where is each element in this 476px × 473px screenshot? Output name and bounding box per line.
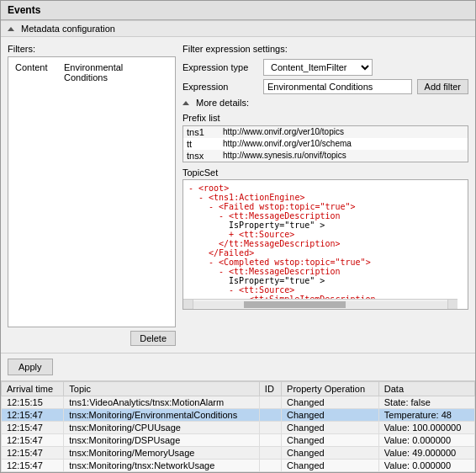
cell-operation: Changed [282,409,379,422]
col-arrival-time: Arrival time [2,382,64,396]
col-id: ID [259,382,281,396]
add-filter-button[interactable]: Add filter [417,79,468,94]
prefix-table: tns1 http://www.onvif.org/ver10/topics t… [182,125,468,162]
table-row[interactable]: 12:15:47 tnsx:Monitoring/MemoryUsage Cha… [2,447,475,460]
cell-operation: Changed [282,434,379,447]
cell-arrival-time: 12:15:47 [2,434,64,447]
prefix-list-label: Prefix list [182,113,468,123]
cell-data: State: false [378,396,474,409]
cell-topic: tnsx:Monitoring/DSPUsage [64,434,260,447]
metadata-config-label: Metadata configuration [21,24,115,34]
prefix-row: tns1 http://www.onvif.org/ver10/topics [183,126,468,138]
cell-data: Value: 49.000000 [378,447,474,460]
table-row[interactable]: 12:15:47 tnsx:Monitoring/EnvironmentalCo… [2,409,475,422]
more-details-row[interactable]: More details: [182,98,468,108]
right-panel: Filter expression settings: Expression t… [182,44,468,346]
cell-data: Temperature: 48 [378,409,474,422]
expression-input[interactable] [263,79,412,94]
cell-arrival-time: 12:15:15 [2,396,64,409]
cell-id [259,396,281,409]
tree-line: - <tns1:ActionEngine> [187,193,464,202]
cell-topic: tnsx:Monitoring/tnsx:NetworkUsage [64,460,260,472]
main-window: Events Metadata configuration Filters: C… [0,0,476,473]
table-row[interactable]: 12:15:47 tnsx:Monitoring/DSPUsage Change… [2,434,475,447]
cell-operation: Changed [282,422,379,434]
cell-operation: Changed [282,396,379,409]
filter-key: Content [15,62,57,82]
table-header-row: Arrival time Topic ID Property Operation… [2,382,475,396]
title-bar: Events [1,1,475,20]
table-row[interactable]: 12:15:15 tns1:VideoAnalytics/tnsx:Motion… [2,396,475,409]
expression-row: Expression Add filter [182,79,468,94]
chevron-up-icon [8,27,14,31]
tree-line: IsProperty="true" > [187,221,464,230]
cell-id [259,447,281,460]
data-table-section: Arrival time Topic ID Property Operation… [1,380,475,472]
prefix-value-2: http://www.synesis.ru/onvif/topics [223,151,346,161]
col-topic: Topic [64,382,260,396]
more-details-label: More details: [196,98,249,108]
topicset-label: TopicSet [182,167,468,178]
cell-topic: tnsx:Monitoring/MemoryUsage [64,447,260,460]
cell-id [259,434,281,447]
tree-line: IsProperty="true" > [187,276,464,285]
table-row[interactable]: 12:15:47 tnsx:Monitoring/tnsx:NetworkUsa… [2,460,475,472]
cell-operation: Changed [282,447,379,460]
prefix-value-1: http://www.onvif.org/ver10/schema [223,139,352,149]
window-title: Events [8,4,40,16]
expression-type-row: Expression type Content_ItemFilter [182,59,468,76]
tree-line: - <tt:MessageDescription [187,211,464,221]
cell-id [259,460,281,472]
tree-line: - <tt:MessageDescription [187,267,464,276]
events-table: Arrival time Topic ID Property Operation… [1,381,475,472]
col-data: Data [378,382,474,396]
tree-line: + <tt:Source> [187,230,464,239]
chevron-up-icon-2 [182,101,189,105]
cell-arrival-time: 12:15:47 [2,422,64,434]
prefix-value-0: http://www.onvif.org/ver10/topics [223,127,344,137]
cell-id [259,409,281,422]
cell-data: Value: 100.000000 [378,422,474,434]
prefix-row: tt http://www.onvif.org/ver10/schema [183,138,468,150]
tree-line: - <root> [187,183,464,193]
prefix-key-1: tt [187,139,216,149]
tree-line: </tt:MessageDescription> [187,239,464,248]
filter-value: Environmental Conditions [64,62,168,82]
tree-line: - <tt:Source> [187,285,464,295]
filters-label: Filters: [8,44,176,54]
cell-arrival-time: 12:15:47 [2,460,64,472]
apply-section: Apply [1,353,475,380]
h-scrollbar[interactable] [183,299,457,309]
cell-topic: tns1:VideoAnalytics/tnsx:MotionAlarm [64,396,260,409]
apply-button[interactable]: Apply [8,359,53,375]
expression-label: Expression [182,82,258,92]
topicset-tree[interactable]: - <root> - <tns1:ActionEngine> - <Failed… [182,179,468,310]
cell-operation: Changed [282,460,379,472]
table-row[interactable]: 12:15:47 tnsx:Monitoring/CPUUsage Change… [2,422,475,434]
tree-line: - <Failed wstop:topic="true"> [187,202,464,211]
filters-panel: Filters: Content Environmental Condition… [8,44,176,346]
cell-arrival-time: 12:15:47 [2,409,64,422]
prefix-row: tnsx http://www.synesis.ru/onvif/topics [183,150,468,162]
prefix-key-2: tnsx [187,151,216,161]
filter-expr-title: Filter expression settings: [182,44,468,54]
prefix-list-section: Prefix list tns1 http://www.onvif.org/ve… [182,113,468,162]
cell-arrival-time: 12:15:47 [2,447,64,460]
expression-type-label: Expression type [182,62,258,72]
col-operation: Property Operation [282,382,379,396]
cell-id [259,422,281,434]
filter-item: Content Environmental Conditions [12,61,172,84]
metadata-config-header: Metadata configuration [1,20,475,37]
expression-type-select[interactable]: Content_ItemFilter [263,59,373,76]
prefix-key-0: tns1 [187,127,216,137]
delete-button[interactable]: Delete [130,331,176,346]
filter-expression-section: Filter expression settings: Expression t… [182,44,468,108]
cell-data: Value: 0.000000 [378,460,474,472]
cell-topic: tnsx:Monitoring/EnvironmentalConditions [64,409,260,422]
cell-data: Value: 0.000000 [378,434,474,447]
tree-line: </Failed> [187,248,464,258]
config-content: Filters: Content Environmental Condition… [1,37,475,353]
topicset-section: TopicSet - <root> - <tns1:ActionEngine> … [182,167,468,346]
tree-line: - <Completed wstop:topic="true"> [187,258,464,267]
cell-topic: tnsx:Monitoring/CPUUsage [64,422,260,434]
